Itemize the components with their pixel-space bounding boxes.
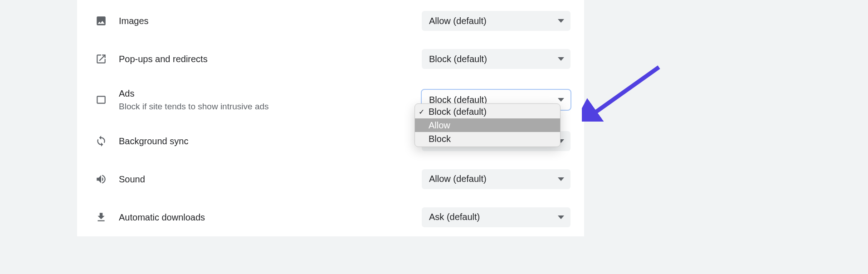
option-label: Block (default) xyxy=(429,107,487,117)
annotation-arrow xyxy=(582,63,663,122)
autodl-select[interactable]: Ask (default) xyxy=(422,207,571,227)
chevron-down-icon xyxy=(558,98,564,102)
popup-icon xyxy=(95,53,119,65)
images-select[interactable]: Allow (default) xyxy=(422,11,571,31)
setting-label: Automatic downloads xyxy=(119,211,413,224)
sync-icon xyxy=(95,135,119,147)
chevron-down-icon xyxy=(558,57,564,61)
ads-dropdown-menu[interactable]: ✓ Block (default) Allow Block xyxy=(414,103,561,147)
chevron-down-icon xyxy=(558,215,564,219)
setting-row-sound: Sound Allow (default) xyxy=(77,160,584,198)
setting-sublabel: Block if site tends to show intrusive ad… xyxy=(119,101,413,113)
image-icon xyxy=(95,15,119,27)
select-value: Ask (default) xyxy=(429,212,480,222)
setting-row-images: Images Allow (default) xyxy=(77,2,584,40)
setting-label: Background sync xyxy=(119,135,413,147)
dropdown-option-block-default[interactable]: ✓ Block (default) xyxy=(415,105,560,118)
select-value: Block (default) xyxy=(429,54,487,64)
setting-label: Sound xyxy=(119,173,413,186)
ads-icon xyxy=(95,94,119,106)
setting-label: Images xyxy=(119,15,413,27)
setting-label: Ads xyxy=(119,87,413,100)
check-icon: ✓ xyxy=(419,108,424,116)
chevron-down-icon xyxy=(558,19,564,23)
setting-label: Pop-ups and redirects xyxy=(119,53,413,65)
sound-select[interactable]: Allow (default) xyxy=(422,169,571,189)
dropdown-option-allow[interactable]: Allow xyxy=(415,118,560,132)
chevron-down-icon xyxy=(558,177,564,181)
popups-select[interactable]: Block (default) xyxy=(422,49,571,69)
select-value: Allow (default) xyxy=(429,174,487,184)
select-value: Allow (default) xyxy=(429,16,487,26)
dropdown-option-block[interactable]: Block xyxy=(415,132,560,146)
download-icon xyxy=(95,211,119,223)
option-label: Allow xyxy=(429,120,450,131)
setting-row-autodl: Automatic downloads Ask (default) xyxy=(77,198,584,236)
option-label: Block xyxy=(429,134,451,144)
sound-icon xyxy=(95,173,119,185)
setting-row-popups: Pop-ups and redirects Block (default) xyxy=(77,40,584,78)
svg-line-0 xyxy=(590,67,659,116)
